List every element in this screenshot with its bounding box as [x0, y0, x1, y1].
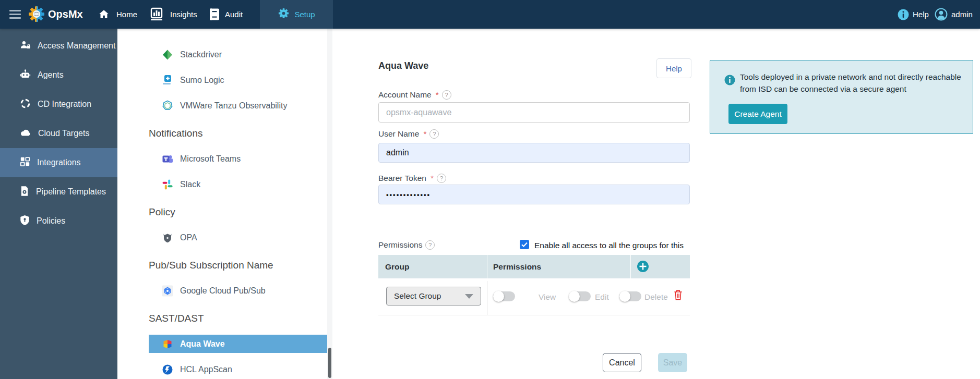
field-label-text: Bearer Token	[378, 174, 426, 183]
pipeline-file-icon	[20, 186, 29, 199]
user-avatar-icon	[935, 8, 948, 23]
page-title: Aqua Wave	[378, 60, 428, 71]
opa-icon	[162, 232, 173, 243]
chevron-down-icon	[465, 294, 473, 299]
info-icon	[724, 75, 735, 88]
home-icon	[98, 9, 110, 22]
aqua-wave-icon	[162, 338, 173, 350]
permissions-table: Group Permissions Select Group	[378, 255, 690, 315]
robot-icon	[20, 69, 31, 81]
form-help-button[interactable]: Help	[656, 58, 691, 78]
cancel-button[interactable]: Cancel	[603, 353, 641, 372]
brand-name: OpsMx	[48, 0, 83, 29]
bearer-token-help-icon[interactable]: ?	[437, 174, 446, 183]
subnav-scrollbar[interactable]	[327, 29, 332, 379]
field-label-text: User Name	[378, 129, 419, 139]
integration-item-microsoft-teams[interactable]: Microsoft Teams	[149, 146, 327, 172]
google-pubsub-icon	[162, 285, 173, 297]
edit-toggle[interactable]	[569, 291, 591, 301]
add-permission-row-icon[interactable]	[637, 260, 649, 273]
integration-item-google-pubsub[interactable]: Google Cloud Pub/Sub	[149, 278, 327, 303]
view-toggle[interactable]	[493, 291, 515, 301]
opsmx-logo-icon[interactable]	[27, 5, 46, 26]
integration-item-label: Aqua Wave	[180, 339, 225, 349]
required-asterisk: *	[423, 129, 426, 139]
group-select-dropdown[interactable]: Select Group	[386, 287, 481, 305]
account-name-input[interactable]	[378, 102, 690, 123]
bearer-token-label-row: Bearer Token * ?	[378, 174, 446, 183]
microsoft-teams-icon	[162, 153, 173, 165]
hcl-appscan-icon	[162, 364, 173, 375]
delete-toggle[interactable]	[619, 291, 641, 301]
sidebar-item-access-management[interactable]: Access Management	[0, 31, 117, 60]
delete-row-trash-icon[interactable]	[673, 289, 683, 302]
integration-item-stackdriver[interactable]: Stackdriver	[149, 42, 327, 67]
nav-item-insights[interactable]: Insights	[170, 0, 197, 29]
secure-agent-message: Tools deployed in a private network and …	[740, 71, 964, 95]
enable-all-checkbox[interactable]	[520, 240, 529, 249]
integration-form-panel: Aqua Wave Help Account Name * ? User Nam…	[332, 29, 980, 379]
integration-item-hcl-appscan[interactable]: HCL AppScan	[149, 357, 327, 379]
user-name-help-icon[interactable]: ?	[429, 129, 439, 139]
field-label-text: Permissions	[378, 240, 422, 250]
header-divider	[487, 255, 487, 278]
integrations-grid-icon	[20, 156, 30, 169]
column-header-permissions: Permissions	[493, 255, 541, 278]
required-asterisk: *	[431, 174, 434, 183]
permissions-table-header: Group Permissions	[378, 255, 690, 278]
bearer-token-input[interactable]	[378, 185, 690, 204]
toggle-knob	[493, 291, 504, 302]
sidebar-item-label: CD Integration	[38, 100, 91, 109]
create-agent-button[interactable]: Create Agent	[728, 104, 787, 124]
opsmx-setup-page: OpsMx Home Insights Audit	[0, 0, 980, 379]
section-header-pubsub: Pub/Sub Subscription Name	[149, 252, 327, 278]
integration-item-label: HCL AppScan	[180, 365, 232, 374]
cd-sync-icon	[20, 98, 31, 111]
integration-item-tanzu[interactable]: VMWare Tanzu Observability	[149, 93, 327, 118]
tanzu-observability-icon	[162, 100, 173, 112]
nav-item-home[interactable]: Home	[116, 0, 137, 29]
integration-item-sumo-logic[interactable]: Sumo Logic	[149, 67, 327, 93]
required-asterisk: *	[436, 90, 439, 100]
top-navbar: OpsMx Home Insights Audit	[0, 0, 980, 29]
sidebar-item-cd-integration[interactable]: CD Integration	[0, 90, 117, 119]
sidebar-item-label: Cloud Targets	[38, 129, 89, 138]
integration-item-label: Sumo Logic	[180, 76, 224, 85]
cloud-icon	[20, 128, 31, 139]
main-sidebar: Access Management Agents	[0, 29, 117, 379]
user-name-input[interactable]	[378, 143, 690, 163]
sidebar-item-agents[interactable]: Agents	[0, 60, 117, 90]
row-divider	[487, 281, 487, 315]
delete-toggle-label: Delete	[644, 292, 668, 302]
sidebar-item-pipeline-templates[interactable]: Pipeline Templates	[0, 177, 117, 206]
integration-item-opa[interactable]: OPA	[149, 225, 327, 250]
navbar-user-menu[interactable]: admin	[951, 0, 973, 29]
integration-item-label: Stackdriver	[180, 50, 222, 59]
enable-all-label: Enable all access to all the groups for …	[534, 241, 684, 250]
field-label-text: Account Name	[378, 90, 432, 100]
setup-gear-icon	[278, 7, 290, 21]
sidebar-item-label: Integrations	[37, 158, 81, 167]
subnav-scrollbar-thumb[interactable]	[328, 348, 331, 378]
account-name-help-icon[interactable]: ?	[442, 90, 451, 100]
permissions-help-icon[interactable]: ?	[425, 240, 435, 250]
sidebar-item-policies[interactable]: Policies	[0, 206, 117, 236]
hamburger-menu-icon[interactable]	[9, 10, 21, 19]
group-select-value: Select Group	[394, 291, 441, 301]
navbar-help-link[interactable]: Help	[913, 0, 929, 29]
sumo-logic-icon	[162, 75, 173, 86]
integration-item-label: Slack	[180, 180, 200, 189]
tab-setup[interactable]: Setup	[260, 0, 333, 29]
nav-item-audit[interactable]: Audit	[225, 0, 243, 29]
integration-item-aqua-wave[interactable]: Aqua Wave	[149, 331, 327, 357]
check-icon	[521, 242, 528, 247]
toggle-knob	[569, 291, 580, 302]
column-header-group: Group	[385, 255, 410, 278]
save-button[interactable]: Save	[658, 353, 687, 372]
user-name-label-row: User Name * ?	[378, 129, 439, 139]
sidebar-item-cloud-targets[interactable]: Cloud Targets	[0, 119, 117, 148]
sidebar-item-integrations[interactable]: Integrations	[0, 148, 117, 177]
integration-item-slack[interactable]: Slack	[149, 172, 327, 197]
nav-item-setup: Setup	[294, 10, 315, 19]
stackdriver-icon	[162, 49, 173, 60]
